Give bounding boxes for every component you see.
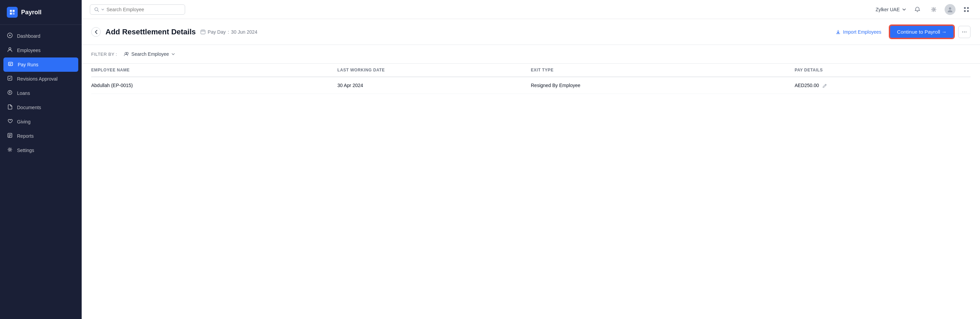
cell-last-working-date: 30 Apr 2024	[337, 77, 531, 94]
sidebar-item-pay-runs[interactable]: Pay Runs	[3, 57, 78, 72]
cell-employee-name: Abdullah (EP-0015)	[91, 77, 337, 94]
logo-icon	[7, 7, 18, 18]
revisions-icon	[7, 76, 13, 82]
svg-rect-24	[967, 10, 969, 12]
app-name: Payroll	[21, 9, 41, 16]
pay-amount: AED250.00	[795, 83, 819, 88]
svg-point-6	[9, 48, 11, 50]
svg-rect-1	[13, 10, 14, 12]
col-header-last-working-date: LAST WORKING DATE	[337, 63, 531, 77]
page-title: Add Resettlement Details	[105, 27, 196, 37]
loans-icon	[7, 90, 13, 97]
filter-employee-label: Search Employee	[131, 51, 169, 57]
svg-point-19	[933, 8, 935, 10]
continue-to-payroll-button[interactable]: Continue to Payroll →	[889, 25, 954, 38]
import-employees-button[interactable]: Import Employees	[831, 27, 885, 37]
more-options-icon: ···	[962, 28, 967, 35]
employees-table: EMPLOYEE NAME LAST WORKING DATE EXIT TYP…	[91, 63, 970, 94]
svg-rect-23	[964, 10, 966, 12]
import-employees-label: Import Employees	[843, 29, 881, 35]
sidebar-item-settings-label: Settings	[17, 148, 34, 153]
sidebar-item-settings[interactable]: Settings	[0, 143, 82, 157]
table-row: Abdullah (EP-0015) 30 Apr 2024 Resigned …	[91, 77, 970, 94]
sidebar-item-employees[interactable]: Employees	[0, 43, 82, 57]
pay-day-date: 30 Jun 2024	[231, 29, 257, 35]
sidebar-item-reports-label: Reports	[17, 133, 34, 139]
sidebar-item-reports[interactable]: Reports	[0, 129, 82, 143]
sidebar-nav: Dashboard Employees Pay Runs	[0, 25, 82, 319]
sidebar-item-documents-label: Documents	[17, 105, 41, 110]
org-selector[interactable]: Zylker UAE	[875, 7, 907, 12]
cell-exit-type: Resigned By Employee	[531, 77, 795, 94]
employees-icon	[7, 47, 13, 54]
page-header-right: Import Employees Continue to Payroll → ·…	[831, 25, 970, 38]
pay-day-badge: Pay Day : 30 Jun 2024	[200, 29, 257, 35]
pay-day-separator: :	[228, 29, 229, 35]
content-area: Add Resettlement Details Pay Day : 30 Ju…	[82, 19, 980, 319]
col-header-exit-type: EXIT TYPE	[531, 63, 795, 77]
notifications-icon[interactable]	[912, 4, 923, 15]
filter-employee-button[interactable]: Search Employee	[121, 50, 179, 59]
svg-point-20	[949, 7, 951, 10]
sidebar-item-pay-runs-label: Pay Runs	[18, 62, 38, 67]
edit-pay-icon[interactable]	[822, 83, 827, 88]
grid-icon[interactable]	[961, 4, 972, 15]
sidebar-item-revisions-label: Revisions Approval	[17, 76, 57, 82]
svg-rect-2	[10, 13, 12, 14]
topbar-right: Zylker UAE	[875, 4, 972, 15]
sidebar-item-dashboard[interactable]: Dashboard	[0, 29, 82, 43]
sidebar-item-employees-label: Employees	[17, 48, 40, 53]
col-header-employee-name: EMPLOYEE NAME	[91, 63, 337, 77]
svg-rect-3	[13, 13, 14, 14]
search-icon	[94, 7, 105, 12]
sidebar-item-giving[interactable]: Giving	[0, 114, 82, 129]
dashboard-icon	[7, 33, 13, 40]
sidebar-item-loans[interactable]: Loans	[0, 86, 82, 100]
sidebar-item-dashboard-label: Dashboard	[17, 33, 40, 39]
settings-gear-icon[interactable]	[928, 4, 939, 15]
filter-by-label: FILTER BY :	[91, 52, 117, 57]
avatar[interactable]	[945, 4, 956, 15]
more-options-button[interactable]: ···	[958, 26, 970, 38]
svg-rect-0	[10, 10, 12, 12]
page-header: Add Resettlement Details Pay Day : 30 Ju…	[82, 19, 980, 45]
sidebar: Payroll Dashboard Employees	[0, 0, 82, 319]
sidebar-item-revisions-approval[interactable]: Revisions Approval	[0, 72, 82, 86]
svg-rect-21	[964, 7, 966, 9]
svg-rect-25	[201, 30, 205, 34]
org-name: Zylker UAE	[875, 7, 900, 12]
sidebar-item-documents[interactable]: Documents	[0, 100, 82, 114]
sidebar-logo: Payroll	[0, 0, 82, 25]
main-area: Zylker UAE	[82, 0, 980, 319]
search-bar[interactable]	[90, 5, 185, 14]
svg-rect-22	[967, 7, 969, 9]
pay-runs-icon	[8, 61, 14, 68]
page-header-left: Add Resettlement Details Pay Day : 30 Ju…	[91, 27, 257, 37]
back-button[interactable]	[91, 27, 101, 37]
table-container: EMPLOYEE NAME LAST WORKING DATE EXIT TYP…	[82, 63, 980, 94]
col-header-pay-details: PAY DETAILS	[795, 63, 970, 77]
continue-to-payroll-label: Continue to Payroll →	[897, 29, 947, 35]
documents-icon	[7, 104, 13, 111]
reports-icon	[7, 133, 13, 140]
svg-line-18	[98, 10, 99, 11]
search-input[interactable]	[107, 7, 181, 12]
sidebar-item-giving-label: Giving	[17, 119, 30, 124]
pay-day-label: Pay Day	[208, 29, 226, 35]
svg-rect-7	[8, 62, 13, 66]
filter-bar: FILTER BY : Search Employee	[82, 45, 980, 63]
giving-icon	[7, 118, 13, 125]
topbar: Zylker UAE	[82, 0, 980, 19]
svg-point-16	[9, 149, 11, 151]
svg-point-5	[9, 35, 11, 36]
sidebar-item-loans-label: Loans	[17, 90, 30, 96]
settings-icon	[7, 147, 13, 154]
cell-pay-details: AED250.00	[795, 77, 970, 94]
